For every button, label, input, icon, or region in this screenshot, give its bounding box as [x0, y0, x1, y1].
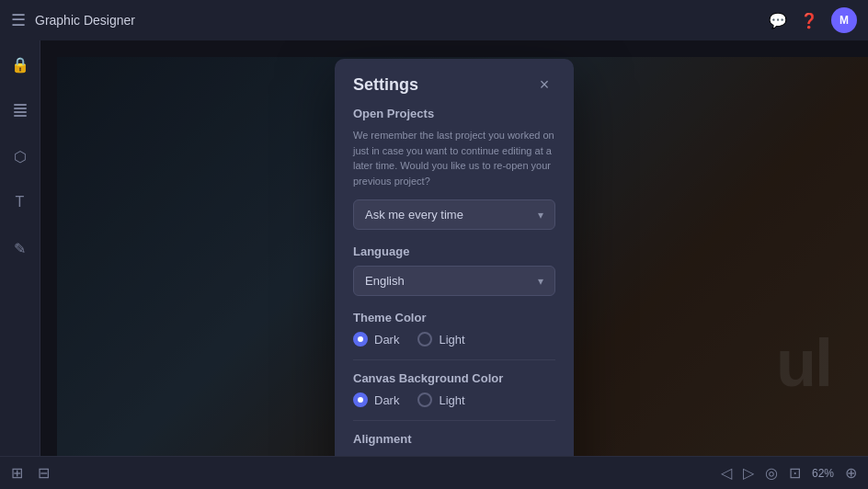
help-icon[interactable]: ❓ — [800, 12, 818, 29]
language-title: Language — [353, 244, 555, 258]
sidebar-icon-text[interactable]: T — [6, 188, 35, 217]
left-sidebar: 🔒 ⬡ T ✎ — [0, 40, 40, 456]
open-projects-dropdown-arrow: ▾ — [538, 209, 543, 222]
close-button[interactable]: × — [533, 74, 555, 96]
app-shell: ☰ Graphic Designer 💬 ❓ M 🔒 ⬡ T ✎ — [0, 0, 868, 489]
canvas-area: ul Settings × Open Projects We remember … — [40, 40, 868, 456]
main-area: 🔒 ⬡ T ✎ ul — [0, 40, 868, 456]
grid-bottom-icon[interactable]: ⊟ — [38, 464, 50, 482]
bottom-bar: ⊞ ⊟ ◁ ▷ ◎ ⊡ 62% ⊕ — [0, 456, 868, 489]
nav-forward-icon[interactable]: ▷ — [743, 464, 754, 482]
layers-bottom-icon[interactable]: ⊞ — [11, 464, 23, 482]
sidebar-icon-layers[interactable] — [6, 96, 35, 125]
topbar-left: ☰ Graphic Designer — [11, 10, 135, 30]
canvas-light-option[interactable]: Light — [417, 392, 464, 407]
snapping-toggle-row: Snapping — [353, 453, 555, 456]
nav-fit-icon[interactable]: ⊡ — [789, 464, 801, 482]
language-section: Language English ▾ — [353, 244, 555, 296]
settings-dialog: Settings × Open Projects We remember the… — [335, 59, 574, 456]
alignment-title: Alignment — [353, 432, 555, 446]
svg-rect-2 — [14, 104, 27, 106]
canvas-bg-title: Canvas Background Color — [353, 371, 555, 385]
divider-1 — [353, 359, 555, 360]
bottom-bar-left: ⊞ ⊟ — [11, 464, 50, 482]
canvas-light-label: Light — [439, 393, 464, 407]
modal-overlay: Settings × Open Projects We remember the… — [40, 40, 868, 456]
theme-color-title: Theme Color — [353, 311, 555, 324]
theme-color-radio-group: Dark Light — [353, 332, 555, 347]
theme-dark-radio[interactable] — [353, 332, 368, 347]
topbar: ☰ Graphic Designer 💬 ❓ M — [0, 0, 868, 40]
dialog-content: Open Projects We remember the last proje… — [335, 107, 574, 456]
theme-color-section: Theme Color Dark Light — [353, 311, 555, 347]
open-projects-dropdown-value: Ask me every time — [365, 208, 463, 222]
language-dropdown[interactable]: English ▾ — [353, 266, 555, 296]
svg-rect-3 — [14, 115, 27, 117]
nav-back-icon[interactable]: ◁ — [721, 464, 732, 482]
theme-dark-option[interactable]: Dark — [353, 332, 399, 347]
sidebar-icon-shapes[interactable]: ⬡ — [6, 142, 35, 171]
canvas-light-radio[interactable] — [417, 392, 432, 407]
app-title: Graphic Designer — [35, 13, 135, 28]
svg-rect-1 — [14, 111, 27, 113]
open-projects-title: Open Projects — [353, 107, 555, 120]
canvas-dark-label: Dark — [374, 393, 399, 407]
theme-light-radio[interactable] — [417, 332, 432, 347]
dialog-header: Settings × — [335, 59, 574, 107]
open-projects-dropdown[interactable]: Ask me every time ▾ — [353, 199, 555, 230]
dialog-title: Settings — [353, 75, 418, 95]
theme-light-label: Light — [439, 333, 464, 347]
bottom-bar-right: ◁ ▷ ◎ ⊡ 62% ⊕ — [721, 464, 857, 482]
sidebar-icon-lock[interactable]: 🔒 — [6, 50, 35, 79]
chat-icon[interactable]: 💬 — [769, 12, 787, 29]
canvas-dark-option[interactable]: Dark — [353, 392, 399, 407]
open-projects-section: Open Projects We remember the last proje… — [353, 107, 555, 230]
theme-dark-label: Dark — [374, 333, 399, 347]
avatar[interactable]: M — [831, 7, 857, 33]
svg-rect-0 — [14, 108, 27, 109]
language-dropdown-value: English — [365, 274, 405, 288]
sidebar-icon-tools[interactable]: ✎ — [6, 233, 35, 263]
divider-2 — [353, 420, 555, 421]
zoom-icon[interactable]: ⊕ — [845, 464, 857, 482]
language-dropdown-arrow: ▾ — [538, 275, 543, 288]
canvas-dark-radio[interactable] — [353, 392, 368, 407]
canvas-bg-section: Canvas Background Color Dark Light — [353, 371, 555, 407]
hamburger-icon[interactable]: ☰ — [11, 10, 26, 30]
theme-light-option[interactable]: Light — [417, 332, 464, 347]
topbar-right: 💬 ❓ M — [769, 7, 857, 33]
canvas-bg-radio-group: Dark Light — [353, 392, 555, 407]
alignment-section: Alignment Snapping Display Distances Gui — [353, 432, 555, 456]
nav-center-icon[interactable]: ◎ — [765, 464, 778, 482]
open-projects-desc: We remember the last project you worked … — [353, 128, 555, 188]
zoom-level: 62% — [812, 467, 834, 480]
